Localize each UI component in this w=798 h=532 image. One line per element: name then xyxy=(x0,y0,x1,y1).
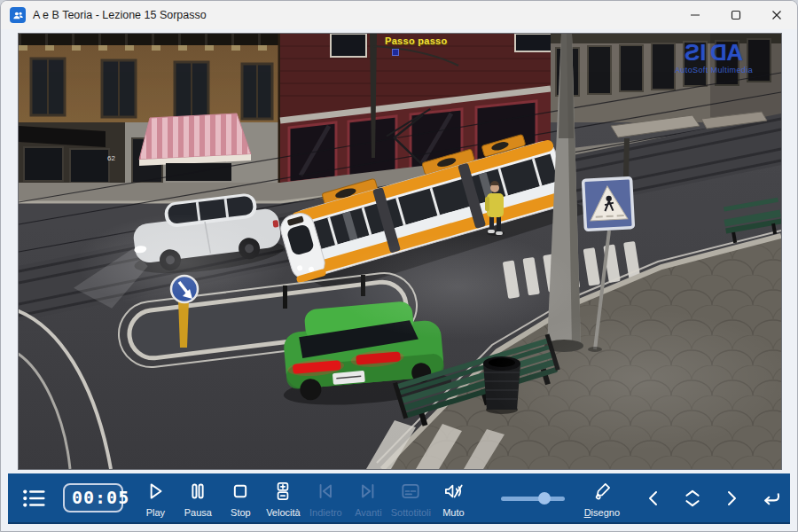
return-button[interactable] xyxy=(751,479,790,518)
previous-button[interactable] xyxy=(634,479,673,518)
skip-back-icon xyxy=(314,478,337,505)
play-button[interactable]: Play xyxy=(134,476,176,520)
cycle-button[interactable] xyxy=(673,479,712,518)
subtitles-button[interactable]: Sottotitoli xyxy=(389,476,432,520)
previous-step-button[interactable]: Indietro xyxy=(304,476,347,520)
mute-button[interactable]: Muto xyxy=(432,476,474,520)
pen-icon xyxy=(591,478,614,505)
playlist-button[interactable] xyxy=(20,483,47,513)
titlebar: A e B Teoria - Lezione 15 Sorpasso xyxy=(1,1,797,29)
subtitles-icon xyxy=(399,478,422,505)
close-button[interactable] xyxy=(756,1,797,29)
speed-icon xyxy=(271,478,294,505)
stop-button[interactable]: Stop xyxy=(219,476,262,520)
shop-number: 62 xyxy=(107,154,115,162)
pink-awning xyxy=(139,113,251,160)
return-arrow-icon xyxy=(758,486,783,511)
mute-icon xyxy=(442,478,465,505)
play-icon xyxy=(144,478,167,505)
next-step-button[interactable]: Avanti xyxy=(347,476,389,520)
chevron-left-icon xyxy=(643,488,664,509)
sida-logo-subtitle: AutoSoft Multimedia xyxy=(661,66,767,74)
pause-button[interactable]: Pausa xyxy=(176,476,219,520)
window-title: A e B Teoria - Lezione 15 Sorpasso xyxy=(33,9,207,21)
chevron-up-down-icon xyxy=(681,487,704,510)
volume-slider[interactable] xyxy=(501,489,564,507)
playlist-icon xyxy=(20,485,47,512)
pause-icon xyxy=(186,478,209,505)
video-frame: 62 xyxy=(19,34,781,469)
step-caption: Passo passo xyxy=(385,35,448,46)
speed-button[interactable]: Velocità xyxy=(262,476,304,520)
player-toolbar: 00:05 Play Pausa Stop xyxy=(8,473,790,524)
app-window: A e B Teoria - Lezione 15 Sorpasso xyxy=(0,0,798,532)
minimize-button[interactable] xyxy=(675,1,716,29)
draw-button[interactable]: Disegno xyxy=(584,476,620,520)
chevron-right-icon xyxy=(721,488,742,509)
lesson-scene: 62 xyxy=(19,34,781,469)
maximize-button[interactable] xyxy=(716,1,756,29)
slider-track[interactable] xyxy=(501,497,564,501)
sida-logo-brand: SIDA xyxy=(661,41,767,64)
sida-logo: SIDA AutoSoft Multimedia xyxy=(661,41,767,74)
slider-thumb[interactable] xyxy=(538,492,551,505)
skip-forward-icon xyxy=(356,478,379,505)
caption-marker xyxy=(392,49,399,56)
next-button[interactable] xyxy=(712,479,751,518)
app-icon xyxy=(10,7,26,23)
stop-icon xyxy=(229,478,252,505)
timer-display: 00:05 xyxy=(63,483,123,512)
